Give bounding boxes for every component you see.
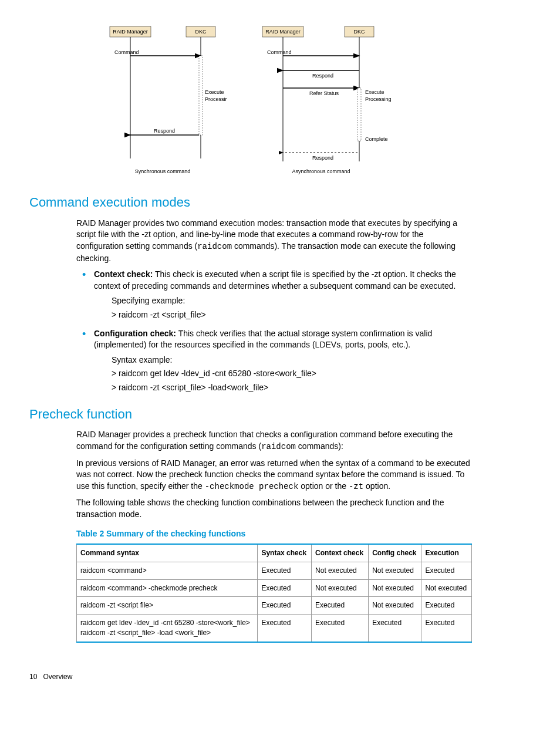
page-number: 10 [29, 673, 37, 681]
table-cell: Not executed [369, 597, 421, 615]
table-row: raidcom -zt <script file>ExecutedExecute… [77, 597, 472, 615]
table-cell: Executed [369, 615, 421, 642]
chapter-name: Overview [43, 673, 72, 681]
table-cell: raidcom <command> [77, 562, 258, 579]
async-respond1-label: Respond [312, 73, 333, 79]
section1-intro: RAID Manager provides two command execut… [76, 218, 472, 264]
page-footer: 10 Overview [29, 672, 472, 682]
bullet-label: Context check: [94, 269, 153, 279]
svg-rect-5 [199, 56, 203, 135]
sync-box-right: DKC [195, 29, 207, 35]
th-config-check: Config check [369, 544, 421, 562]
svg-text:Processing: Processing [205, 96, 227, 102]
text: option. [363, 481, 390, 491]
table-title: Table 2 Summary of the checking function… [76, 528, 472, 540]
text: option or the [298, 481, 349, 491]
heading-command-execution-modes: Command execution modes [29, 194, 472, 212]
async-complete-label: Complete [365, 136, 388, 142]
table-row: raidcom get ldev -ldev_id -cnt 65280 -st… [77, 615, 472, 642]
th-context-check: Context check [312, 544, 369, 562]
table-cell: Executed [421, 597, 472, 615]
diagram-asynchronous: RAID Manager DKC Command Respond Refer S… [251, 23, 403, 176]
table-cell: Executed [258, 597, 312, 615]
precheck-p1: RAID Manager provides a precheck functio… [76, 429, 472, 453]
sub-line: > raidcom -zt <script_file> -load<work_f… [112, 382, 472, 394]
bullet-label: Configuration check: [94, 329, 176, 338]
async-command-label: Command [267, 49, 292, 55]
th-execution: Execution [421, 544, 472, 562]
diagram-synchronous: RAID Manager DKC Command Execute Process… [98, 23, 227, 176]
precheck-p3: The following table shows the checking f… [76, 497, 472, 520]
sub-line: Specifying example: [112, 295, 472, 307]
sync-command-label: Command [114, 49, 139, 55]
table-cell: Not executed [312, 562, 369, 579]
inline-code: raidcom [261, 442, 296, 451]
table-cell: Executed [258, 562, 312, 579]
svg-rect-15 [357, 88, 361, 141]
table-cell: Executed [258, 615, 312, 642]
diagrams: RAID Manager DKC Command Execute Process… [29, 23, 472, 176]
async-box-right: DKC [353, 29, 365, 35]
async-respond2-label: Respond [312, 155, 333, 161]
table-header-row: Command syntax Syntax check Context chec… [77, 544, 472, 562]
inline-code: -zt [349, 482, 363, 491]
th-command-syntax: Command syntax [77, 544, 258, 562]
table-cell: raidcom <command> -checkmode precheck [77, 579, 258, 597]
table-cell: Executed [421, 615, 472, 642]
table-cell: Executed [312, 597, 369, 615]
table-cell: Not executed [312, 579, 369, 597]
sub-line: Syntax example: [112, 355, 472, 366]
sub-line: > raidcom -zt <script_file> [112, 309, 472, 321]
table-cell: raidcom get ldev -ldev_id -cnt 65280 -st… [77, 615, 258, 642]
table-row: raidcom <command> -checkmode precheckExe… [77, 579, 472, 597]
table-cell: Executed [312, 615, 369, 642]
table-cell: Not executed [369, 562, 421, 579]
async-box-left: RAID Manager [265, 29, 301, 35]
table-cell: Executed [258, 579, 312, 597]
table-cell: Not executed [421, 579, 472, 597]
precheck-p2: In previous versions of RAID Manager, an… [76, 458, 472, 493]
table-cell: Executed [421, 562, 472, 579]
text: commands): [296, 441, 343, 451]
async-caption: Asynchronous command [292, 168, 350, 174]
bullet-list: Context check: This check is executed wh… [76, 269, 472, 393]
sync-respond-label: Respond [154, 128, 175, 134]
async-execute-label: Execute [365, 89, 384, 95]
th-syntax-check: Syntax check [258, 544, 312, 562]
async-refer-label: Refer Status [309, 90, 339, 96]
inline-code: raidcom [197, 242, 232, 251]
checking-functions-table: Command syntax Syntax check Context chec… [76, 544, 472, 643]
table-cell: Not executed [369, 579, 421, 597]
sync-execute-label: Execute [205, 89, 224, 95]
bullet-context-check: Context check: This check is executed wh… [76, 269, 472, 320]
sub-line: > raidcom get ldev -ldev_id -cnt 65280 -… [112, 368, 472, 380]
table-row: raidcom <command>ExecutedNot executedNot… [77, 562, 472, 579]
table-cell: raidcom -zt <script file> [77, 597, 258, 615]
inline-code: -checkmode precheck [205, 482, 299, 491]
heading-precheck-function: Precheck function [29, 406, 472, 424]
sync-box-left: RAID Manager [113, 29, 148, 35]
bullet-configuration-check: Configuration check: This check verifies… [76, 328, 472, 394]
svg-text:Processing: Processing [365, 96, 392, 102]
sync-caption: Synchronous command [135, 168, 191, 174]
